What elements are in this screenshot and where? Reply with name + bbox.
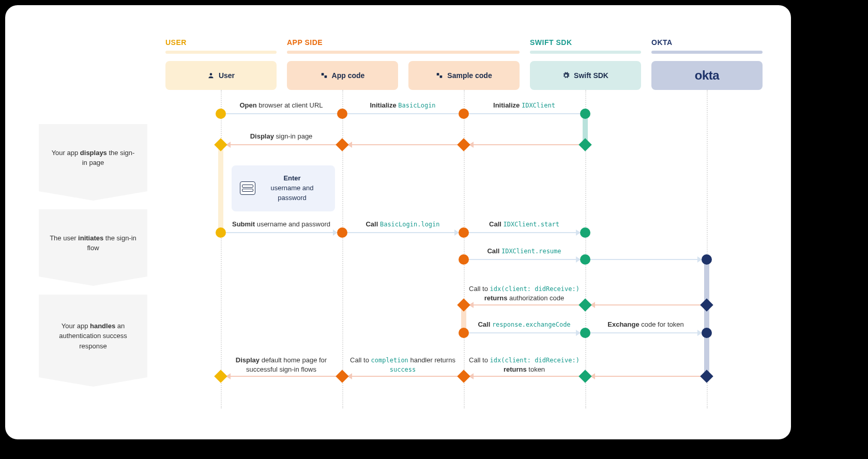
diagram-canvas: Your app displays the sign-in page The u…: [5, 5, 791, 439]
node: [337, 109, 347, 119]
msg-returns-token: Call to idx(client: didReceive:)returns …: [469, 356, 580, 374]
msg-exchange-token: Exchange code for token: [607, 320, 683, 328]
callout-enter-creds: Enterusername and password: [232, 165, 335, 211]
node: [459, 328, 469, 338]
msg-call-start: Call IDXClient.start: [489, 220, 559, 228]
node: [337, 227, 347, 238]
arrow: [469, 113, 580, 114]
section-sdk-label: SWIFT SDK: [530, 38, 572, 47]
user-icon: [207, 72, 215, 79]
arrow: [226, 113, 337, 114]
msg-display-home: Display default home page forsuccessful …: [236, 356, 327, 374]
msg-call-resume: Call IDXClient.resume: [487, 247, 561, 255]
lifeline-sample: [464, 90, 465, 408]
svg-rect-4: [440, 75, 443, 78]
msg-init-basiclogin: Initialize BasicLogin: [370, 101, 435, 109]
svg-rect-2: [324, 75, 327, 78]
section-user-label: USER: [165, 38, 187, 47]
node: [700, 370, 713, 382]
code-icon: [436, 72, 443, 79]
node: [702, 254, 712, 265]
node: [214, 370, 227, 382]
node: [702, 328, 712, 338]
node: [578, 138, 591, 151]
svg-point-0: [210, 73, 212, 75]
node: [336, 370, 348, 382]
lane-sample-code: Sample code: [408, 61, 520, 90]
node: [580, 109, 590, 119]
node: [216, 109, 226, 119]
code-icon: [321, 72, 328, 79]
section-app-bar: [287, 51, 520, 54]
section-app-label: APP SIDE: [287, 38, 323, 47]
node: [578, 298, 591, 311]
lifeline-user: [221, 90, 222, 408]
node: [336, 138, 348, 151]
phase-display: Your app displays the sign-in page: [39, 124, 147, 191]
node: [459, 227, 469, 238]
gear-icon: [562, 72, 570, 79]
activation-okta: [704, 259, 709, 377]
lane-user: User: [165, 61, 277, 90]
section-okta-bar: [651, 51, 763, 54]
node: [580, 254, 590, 265]
msg-display-signin: Display sign-in page: [250, 132, 313, 140]
arrow: [226, 144, 580, 145]
lane-swift-sdk: Swift SDK: [530, 61, 641, 90]
msg-open-browser: Open browser at client URL: [239, 101, 323, 109]
node: [578, 370, 591, 382]
section-sdk-bar: [530, 51, 641, 54]
activation-user: [218, 145, 223, 233]
node: [457, 370, 470, 382]
lane-okta: okta: [651, 61, 763, 90]
msg-exchangecode: Call response.exchangeCode: [478, 320, 570, 328]
section-okta-label: OKTA: [651, 38, 673, 47]
svg-rect-1: [321, 73, 324, 75]
lane-app-code: App code: [287, 61, 398, 90]
node: [580, 328, 590, 338]
msg-init-idxclient: Initialize IDXClient: [493, 101, 555, 109]
node: [459, 254, 469, 265]
msg-completion-success: Call to completion handler returnssucces…: [350, 356, 455, 374]
form-icon: [240, 181, 255, 195]
arrow: [226, 232, 580, 233]
msg-call-loginh-login: Call BasicLogin.login: [366, 220, 439, 228]
msg-submit-creds: Submit username and password: [232, 220, 330, 228]
node: [580, 227, 590, 238]
phase-handle: Your app handles an authentication succe…: [39, 295, 147, 377]
node: [216, 227, 226, 238]
node: [459, 109, 469, 119]
arrow: [347, 113, 459, 114]
node: [457, 298, 470, 311]
okta-logo: okta: [695, 68, 719, 83]
node: [700, 298, 713, 311]
phase-initiate: The user initiates the sign-in flow: [39, 209, 147, 277]
svg-rect-3: [437, 73, 439, 75]
node: [214, 138, 227, 151]
lifeline-app: [342, 90, 343, 408]
node: [457, 138, 470, 151]
section-user-bar: [165, 51, 277, 54]
msg-returns-authcode: Call to idx(client: didReceive:)returns …: [469, 284, 580, 302]
